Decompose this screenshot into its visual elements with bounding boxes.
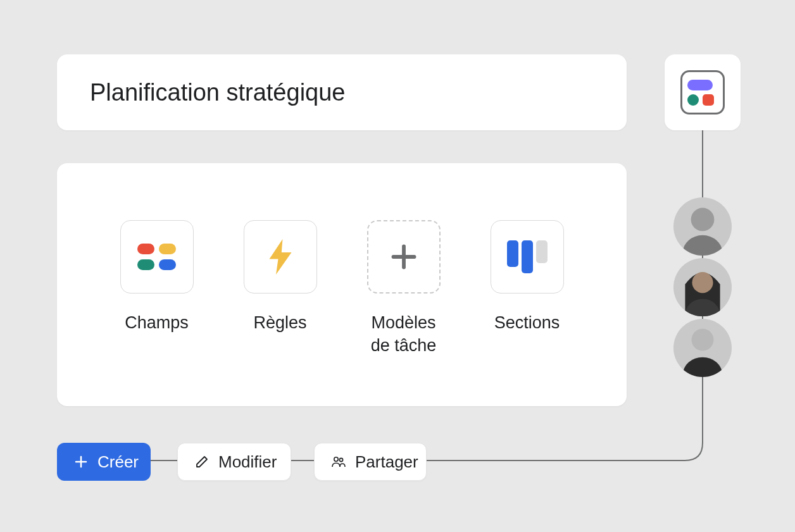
svg-point-5 bbox=[691, 208, 715, 232]
svg-point-9 bbox=[692, 329, 714, 351]
option-sections-label: Sections bbox=[494, 311, 560, 334]
edit-button[interactable]: Modifier bbox=[177, 443, 291, 481]
option-rules-label: Règles bbox=[253, 311, 306, 334]
svg-point-7 bbox=[692, 272, 713, 293]
columns-icon bbox=[491, 220, 564, 294]
bolt-icon bbox=[244, 220, 317, 294]
option-sections[interactable]: Sections bbox=[473, 220, 581, 334]
svg-marker-2 bbox=[269, 239, 291, 275]
svg-point-6 bbox=[683, 235, 723, 256]
svg-point-10 bbox=[683, 357, 723, 377]
title-card: Planification stratégique bbox=[57, 54, 627, 130]
svg-point-13 bbox=[334, 457, 338, 461]
fields-icon bbox=[120, 220, 194, 294]
avatar-user-3 bbox=[673, 319, 732, 377]
options-panel: Champs Règles Modèles de tâche bbox=[57, 163, 627, 406]
share-button-label: Partager bbox=[355, 452, 418, 472]
option-fields[interactable]: Champs bbox=[103, 220, 211, 334]
option-rules[interactable]: Règles bbox=[227, 220, 334, 334]
avatar-user-1 bbox=[673, 197, 732, 256]
avatar-user-2 bbox=[673, 258, 732, 316]
svg-point-14 bbox=[339, 458, 342, 461]
option-task-templates-label: Modèles de tâche bbox=[371, 311, 437, 357]
create-button-label: Créer bbox=[97, 452, 139, 472]
plus-icon bbox=[73, 454, 89, 469]
option-fields-label: Champs bbox=[125, 311, 189, 334]
create-button[interactable]: Créer bbox=[57, 443, 151, 481]
edit-button-label: Modifier bbox=[218, 452, 277, 472]
share-button[interactable]: Partager bbox=[314, 443, 427, 481]
people-icon bbox=[331, 454, 346, 469]
page-title: Planification stratégique bbox=[90, 79, 345, 106]
plus-icon bbox=[367, 220, 441, 294]
option-task-templates[interactable]: Modèles de tâche bbox=[350, 220, 458, 357]
pencil-icon bbox=[194, 454, 210, 469]
app-logo-card bbox=[665, 54, 741, 130]
app-logo-icon bbox=[680, 70, 725, 114]
